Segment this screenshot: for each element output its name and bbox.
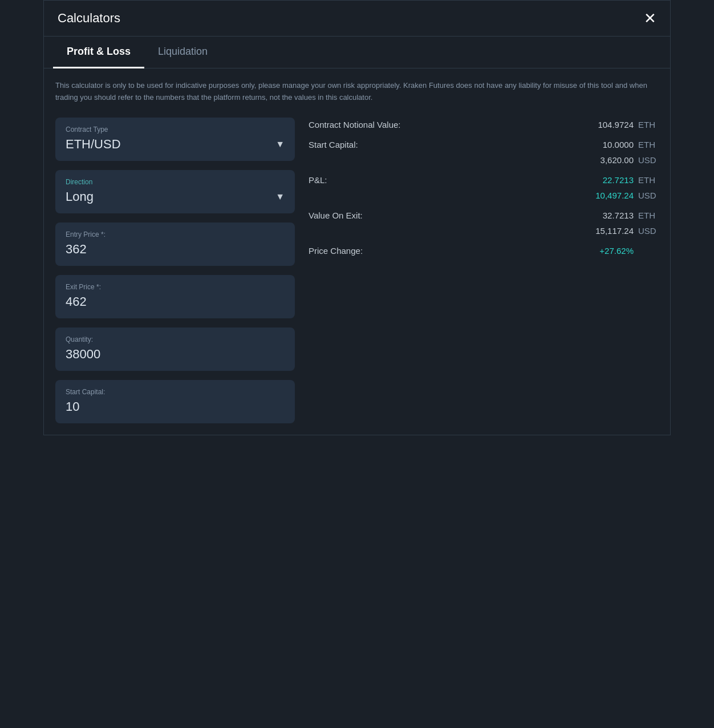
exit-price-field[interactable]: Exit Price *: (55, 275, 295, 318)
chevron-down-icon-direction: ▼ (275, 192, 285, 202)
contract-type-field[interactable]: Contract Type ETH/USD ▼ (55, 118, 295, 161)
window-title: Calculators (58, 11, 120, 26)
exit-price-input[interactable] (66, 294, 285, 309)
value-on-exit-eth-value: 32.7213 (434, 211, 634, 220)
close-button[interactable]: ✕ (644, 11, 656, 26)
contract-notional-row: Contract Notional Value: 104.9724 ETH (309, 120, 659, 130)
pnl-usd-row: 10,497.24 USD (309, 191, 659, 200)
title-bar: Calculators ✕ (44, 1, 670, 37)
start-capital-eth-value: 10.0000 (434, 140, 634, 149)
contract-type-select-row: ETH/USD ▼ (66, 137, 285, 152)
quantity-field[interactable]: Quantity: (55, 327, 295, 371)
value-on-exit-eth-row: Value On Exit: 32.7213 ETH (309, 211, 659, 220)
start-capital-usd-row: 3,620.00 USD (309, 155, 659, 165)
start-capital-input[interactable] (66, 399, 285, 414)
start-capital-result-label: Start Capital: (309, 140, 434, 149)
pnl-eth-value: 22.7213 (434, 175, 634, 185)
direction-label: Direction (66, 178, 285, 186)
value-on-exit-eth-unit: ETH (638, 211, 659, 220)
price-change-label: Price Change: (309, 246, 434, 256)
tab-liquidation[interactable]: Liquidation (144, 37, 221, 68)
value-on-exit-usd-value: 15,117.24 (434, 226, 634, 236)
pnl-label: P&L: (309, 175, 434, 185)
direction-field[interactable]: Direction Long ▼ (55, 170, 295, 213)
contract-notional-eth-value: 104.9724 (434, 120, 634, 130)
entry-price-input[interactable] (66, 242, 285, 257)
pnl-eth-row: P&L: 22.7213 ETH (309, 175, 659, 185)
entry-price-field[interactable]: Entry Price *: (55, 223, 295, 266)
contract-notional-label: Contract Notional Value: (309, 120, 434, 130)
calculator-window: Calculators ✕ Profit & Loss Liquidation … (43, 0, 671, 435)
contract-notional-eth-unit: ETH (638, 120, 659, 130)
price-change-value: +27.62% (434, 246, 634, 256)
quantity-input[interactable] (66, 347, 285, 362)
contract-type-label: Contract Type (66, 126, 285, 134)
main-content: This calculator is only to be used for i… (44, 68, 670, 435)
tab-profit-loss[interactable]: Profit & Loss (53, 37, 144, 68)
pnl-eth-unit: ETH (638, 175, 659, 185)
direction-value: Long (66, 189, 94, 204)
calculator-grid: Contract Type ETH/USD ▼ Direction Long ▼ (55, 118, 659, 423)
chevron-down-icon: ▼ (275, 139, 285, 149)
input-column: Contract Type ETH/USD ▼ Direction Long ▼ (55, 118, 295, 423)
start-capital-result-row: Start Capital: 10.0000 ETH (309, 140, 659, 149)
pnl-usd-value: 10,497.24 (434, 191, 634, 200)
quantity-label: Quantity: (66, 335, 285, 343)
exit-price-label: Exit Price *: (66, 283, 285, 291)
results-column: Contract Notional Value: 104.9724 ETH St… (309, 118, 659, 423)
tab-bar: Profit & Loss Liquidation (44, 37, 670, 68)
start-capital-usd-unit: USD (638, 155, 659, 165)
direction-select-row: Long ▼ (66, 189, 285, 204)
price-change-row: Price Change: +27.62% (309, 246, 659, 256)
entry-price-label: Entry Price *: (66, 230, 285, 238)
start-capital-usd-value: 3,620.00 (434, 155, 634, 165)
value-on-exit-label: Value On Exit: (309, 211, 434, 220)
start-capital-eth-unit: ETH (638, 140, 659, 149)
value-on-exit-usd-unit: USD (638, 226, 659, 236)
value-on-exit-usd-row: 15,117.24 USD (309, 226, 659, 236)
start-capital-field[interactable]: Start Capital: (55, 380, 295, 423)
contract-type-value: ETH/USD (66, 137, 121, 152)
start-capital-label: Start Capital: (66, 388, 285, 396)
disclaimer-text: This calculator is only to be used for i… (55, 80, 659, 104)
pnl-usd-unit: USD (638, 191, 659, 200)
